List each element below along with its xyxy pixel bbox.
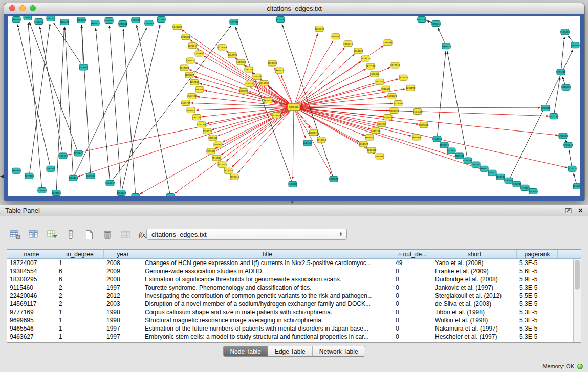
edit-table-icon[interactable] [45,228,59,242]
graph-node[interactable]: 2520603 [23,16,33,20]
graph-node[interactable]: 1864342 [91,20,100,26]
graph-node[interactable]: 9465547 [105,180,115,186]
graph-node[interactable]: 1206540 [558,133,568,139]
table-row[interactable]: 977716911998Corpus callosum shape and si… [7,308,581,316]
rows-icon[interactable] [63,228,77,242]
graph-node[interactable]: 1572344 [229,19,239,25]
graph-node[interactable]: 3099407 [186,107,196,113]
graph-node[interactable]: 1267531 [186,58,195,63]
graph-node[interactable]: 9777168 [25,173,34,179]
table-selector-dropdown[interactable]: citations_edges.txt ▲▼ [146,229,347,240]
table-row[interactable]: 2242004622012Investigating the contribut… [7,292,581,300]
graph-node[interactable]: 1845300 [561,84,571,90]
hidden-panel-arrow-icon[interactable]: ◀ [0,174,4,179]
graph-node[interactable]: 9220400 [383,115,393,120]
graph-node[interactable]: 1830029 [329,176,339,182]
graph-node[interactable]: 1572302 [157,17,166,23]
graph-node[interactable]: 1654933 [375,154,385,159]
graph-node[interactable]: 1185107 [185,72,194,78]
graph-node[interactable]: 1593800 [541,105,551,111]
graph-node[interactable]: 2561705 [181,100,191,105]
show-columns-icon[interactable] [27,228,40,242]
table-row[interactable]: 1938455462009Genome-wide association stu… [7,267,581,275]
graph-node[interactable]: 4257120 [190,79,200,85]
graph-node[interactable]: 1662510 [275,68,285,73]
graph-node[interactable]: 9277440 [556,69,566,75]
graph-node[interactable]: 1603130 [549,114,559,119]
zoom-window-button[interactable] [30,5,36,11]
graph-hub-node[interactable]: 1872400 [288,103,300,110]
graph-node[interactable]: 9115441 [447,148,456,154]
graph-node[interactable]: 2053104 [79,64,89,70]
graph-node[interactable]: 8099690 [419,122,429,128]
graph-node[interactable]: 9245002 [529,188,538,194]
graph-node[interactable]: 1093251 [239,88,249,94]
graph-node[interactable]: 1647400 [236,59,246,65]
table-mode-icon[interactable] [8,228,22,242]
graph-node[interactable]: 1668279 [442,43,451,49]
graph-node[interactable]: 1860504 [12,17,21,23]
graph-node[interactable]: 3420049 [188,43,198,49]
graph-node[interactable]: 9164504 [77,17,86,23]
column-header-out_de[interactable]: △out_de... [393,250,432,258]
graph-node[interactable]: 1958820 [354,48,363,54]
graph-node[interactable]: 2181807 [194,51,204,56]
graph-node[interactable]: 1861351 [46,166,56,171]
graph-node[interactable]: 9115462 [58,153,68,159]
table-row[interactable]: 969969511998Structural magnetic resonanc… [7,316,581,324]
graph-node[interactable]: 1854950 [412,135,422,140]
graph-node[interactable]: 2067170 [192,115,202,120]
table-row[interactable]: 1830029562008Estimation of significance … [7,275,581,283]
close-window-button[interactable] [9,5,15,11]
graph-node[interactable]: 8021744 [417,17,427,23]
graph-node[interactable]: 1821740 [431,21,441,27]
graph-node[interactable]: 1513450 [317,137,326,143]
table-row[interactable]: 1456911722003Disruption of a novel membe… [7,300,581,308]
graph-node[interactable]: 3220110 [252,74,262,79]
table-row[interactable]: 1872400712008Changes of HCN gene express… [7,259,581,267]
window-titlebar[interactable]: citations_edges.txt [4,3,584,14]
graph-node[interactable]: 9463628 [117,190,126,195]
graph-node[interactable]: 9364311 [480,166,489,171]
graph-node[interactable]: 3567170 [187,93,197,99]
graph-node[interactable]: 1840200 [172,24,182,30]
table-scrollbar[interactable] [573,259,581,342]
graph-node[interactable]: 1558120 [361,56,371,61]
column-header-pagerank[interactable]: pagerank [517,250,558,258]
splitter-handle-icon[interactable]: ▼ [290,201,294,205]
graph-node[interactable]: 9245012 [118,21,128,27]
graph-node[interactable]: 5190401 [571,42,580,48]
graph-node[interactable]: 1961370 [343,41,353,47]
close-panel-icon[interactable]: × [578,207,583,214]
column-header-name[interactable]: name [7,250,56,258]
minimize-window-button[interactable] [19,5,26,11]
graph-node[interactable]: 1806530 [389,108,399,114]
graph-node[interactable]: 1938455 [52,190,61,195]
column-header-in_degree[interactable]: in_degree [56,250,104,258]
graph-node[interactable]: 1959302 [268,60,277,66]
graph-node[interactable]: 8791971 [440,142,449,148]
graph-node[interactable]: 3216400 [259,80,269,86]
float-panel-icon[interactable] [565,207,572,214]
graph-node[interactable]: 7113804 [288,181,298,187]
tab-edge-table[interactable]: Edge Table [268,346,313,356]
graph-node[interactable]: 7895406 [60,19,70,25]
graph-node[interactable]: 7253411 [230,174,239,180]
graph-node[interactable]: 1206544 [563,142,573,148]
graph-node[interactable]: 7825450 [208,135,218,141]
graph-node[interactable]: 7485080 [383,40,393,46]
graph-node[interactable]: 2520641 [74,150,83,156]
graph-node[interactable]: 1877140 [366,63,376,69]
graph-node[interactable]: 1204509 [131,17,141,23]
graph-node[interactable]: 1654932 [359,141,368,147]
graph-node[interactable]: 7615044 [212,155,222,161]
graph-node[interactable]: 7610441 [217,162,227,167]
graph-node[interactable]: 1864341 [471,162,481,167]
network-canvas[interactable]: 1860504252060391062031861302789540691645… [8,16,580,196]
graph-node[interactable]: 8131044 [276,17,286,23]
graph-node[interactable]: 8131043 [144,20,154,26]
graph-node[interactable]: 1875751 [399,75,408,80]
delete-column-icon[interactable] [100,228,114,242]
graph-node[interactable]: 1461200 [244,67,254,72]
graph-node[interactable]: 1607427 [375,79,385,84]
